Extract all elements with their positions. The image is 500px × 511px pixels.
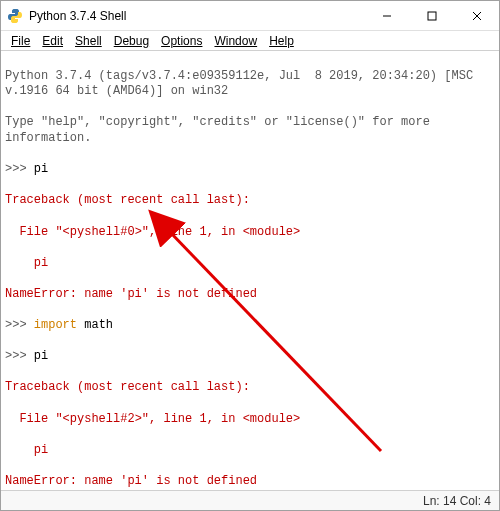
user-input: pi	[34, 349, 48, 363]
traceback-header: Traceback (most recent call last):	[5, 380, 495, 396]
import-module: math	[77, 318, 113, 332]
traceback-ref: pi	[5, 443, 495, 459]
statusbar: Ln: 14 Col: 4	[1, 490, 499, 510]
import-keyword: import	[34, 318, 77, 332]
menu-shell[interactable]: Shell	[69, 33, 108, 49]
cursor-position: Ln: 14 Col: 4	[423, 494, 491, 508]
menu-options[interactable]: Options	[155, 33, 208, 49]
input-line: >>> pi	[5, 349, 495, 365]
titlebar: Python 3.7.4 Shell	[1, 1, 499, 31]
traceback-header: Traceback (most recent call last):	[5, 193, 495, 209]
traceback-ref: pi	[5, 256, 495, 272]
python-icon	[7, 8, 23, 24]
svg-rect-1	[428, 12, 436, 20]
menu-edit[interactable]: Edit	[36, 33, 69, 49]
name-error: NameError: name 'pi' is not defined	[5, 474, 495, 490]
input-line: >>> import math	[5, 318, 495, 334]
menubar: File Edit Shell Debug Options Window Hel…	[1, 31, 499, 51]
app-window: Python 3.7.4 Shell File Edit Shell Debug…	[0, 0, 500, 511]
close-button[interactable]	[454, 1, 499, 30]
user-input: pi	[34, 162, 48, 176]
traceback-file: File "<pyshell#2>", line 1, in <module>	[5, 412, 495, 428]
traceback-file: File "<pyshell#0>", line 1, in <module>	[5, 225, 495, 241]
window-title: Python 3.7.4 Shell	[29, 9, 364, 23]
shell-output[interactable]: Python 3.7.4 (tags/v3.7.4:e09359112e, Ju…	[1, 51, 499, 490]
prompt: >>>	[5, 318, 34, 332]
menu-help[interactable]: Help	[263, 33, 300, 49]
minimize-button[interactable]	[364, 1, 409, 30]
prompt: >>>	[5, 162, 34, 176]
window-controls	[364, 1, 499, 30]
info-text: Type "help", "copyright", "credits" or "…	[5, 115, 495, 146]
input-line: >>> pi	[5, 162, 495, 178]
menu-window[interactable]: Window	[208, 33, 263, 49]
menu-debug[interactable]: Debug	[108, 33, 155, 49]
prompt: >>>	[5, 349, 34, 363]
menu-file[interactable]: File	[5, 33, 36, 49]
version-text: Python 3.7.4 (tags/v3.7.4:e09359112e, Ju…	[5, 69, 495, 100]
name-error: NameError: name 'pi' is not defined	[5, 287, 495, 303]
maximize-button[interactable]	[409, 1, 454, 30]
